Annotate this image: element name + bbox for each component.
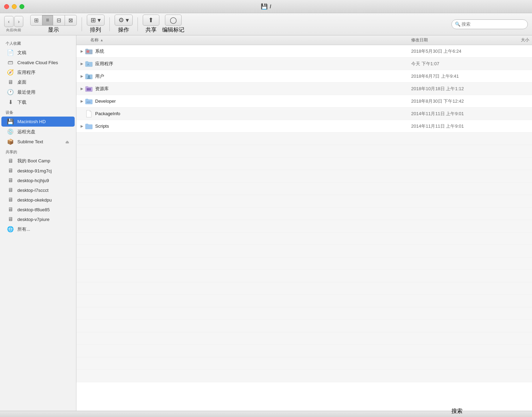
col-size-header[interactable]: 大小 — [501, 37, 529, 43]
table-row-empty — [76, 158, 532, 170]
file-date-text: 2014年11月11日 上午9:01 — [411, 111, 464, 116]
file-date-text: 2018年5月30日 上午6:24 — [411, 49, 462, 54]
table-row-empty — [76, 182, 532, 195]
col-name-header[interactable]: 名称 ▲ — [79, 37, 411, 43]
col-name-text: 名称 — [90, 37, 99, 43]
file-icon-wrap — [85, 110, 93, 118]
folder-icon-wrap — [85, 122, 93, 130]
sort-label: 排列 — [90, 26, 101, 34]
sidebar-item-apps[interactable]: 🧭 应用程序 — [1, 67, 75, 77]
sidebar-item-desktop-v7piure[interactable]: 🖥 desktop-v7piure — [1, 214, 75, 224]
sidebar-item-desktop-91mg7cj[interactable]: 🖥 desktop-91mg7cj — [1, 166, 75, 176]
sidebar-item-boot-camp[interactable]: 🖥 我的 Boot Camp — [1, 156, 75, 166]
table-row-empty — [76, 170, 532, 182]
file-name-text: Developer — [95, 99, 116, 104]
table-row[interactable]: PackageInfo 2014年11月11日 上午9:01 — [76, 108, 532, 120]
sidebar-item-documents[interactable]: 📄 文稿 — [1, 48, 75, 58]
expand-icon[interactable]: ▶ — [79, 124, 85, 129]
share-icon: ⬆ — [148, 16, 153, 24]
maximize-button[interactable] — [19, 4, 24, 9]
share-label: 共享 — [146, 26, 157, 34]
table-row[interactable]: ▶ Scripts 2014年11月11日 上午9:01 — [76, 120, 532, 133]
table-row[interactable]: ▶ </> Developer 2018年8月30日 下午12:42 — [76, 95, 532, 108]
table-row-empty — [76, 133, 532, 145]
edit-tag-button[interactable]: ◯ — [165, 15, 182, 26]
personal-section-label: 个人收藏 — [0, 38, 76, 48]
share-group: ⬆ 共享 — [143, 15, 159, 34]
desktop-91-icon: 🖥 — [7, 168, 14, 174]
folder-icon-wrap — [85, 85, 93, 93]
view-column-btn[interactable]: ⊟ — [53, 15, 65, 25]
sidebar-item-sublime-text[interactable]: 📦 Sublime Text ⏏ — [1, 137, 75, 147]
desktop-tf-icon: 🖥 — [7, 206, 14, 213]
svg-rect-3 — [87, 88, 88, 91]
sidebar-item-desktop-okekdpu[interactable]: 🖥 desktop-okekdpu — [1, 195, 75, 205]
view-icon-btn[interactable]: ⊞ — [31, 15, 42, 25]
sidebar-item-desktop-hcjhju9[interactable]: 🖥 desktop-hcjhju9 — [1, 176, 75, 185]
expand-icon[interactable]: ▶ — [79, 49, 85, 54]
shared-section-label: 共享的 — [0, 147, 76, 156]
search-wrapper: 🔍 — [451, 19, 528, 29]
share-button[interactable]: ⬆ — [143, 15, 159, 26]
expand-icon[interactable]: ▶ — [79, 74, 85, 79]
table-row[interactable]: ▶ 系统 2018年5月30日 上午6:24 — [76, 45, 532, 58]
remote-disc-icon: 💿 — [7, 128, 14, 135]
table-row-empty — [76, 345, 532, 357]
search-label: 搜索 — [451, 408, 463, 415]
search-input[interactable] — [451, 19, 528, 29]
separator-2 — [109, 17, 110, 31]
table-row-empty — [76, 270, 532, 282]
view-gallery-btn[interactable]: ⊠ — [65, 15, 76, 25]
file-list-header: 名称 ▲ 修改日期 大小 — [76, 35, 532, 45]
table-row[interactable]: ▶ A 应用程序 今天 下午1:07 — [76, 58, 532, 70]
table-row[interactable]: ▶ 用户 2018年6月7日 上午9:41 — [76, 70, 532, 83]
gear-icon: ⚙ ▾ — [118, 16, 129, 24]
file-date-text: 今天 下午1:07 — [411, 61, 439, 66]
expand-icon[interactable]: ▶ — [79, 86, 85, 92]
file-date-cell: 2018年5月30日 上午6:24 — [411, 48, 501, 54]
action-label: 操作 — [118, 26, 129, 34]
expand-icon[interactable]: ▶ — [79, 61, 85, 67]
sidebar-item-downloads[interactable]: ⬇ 下载 — [1, 97, 75, 107]
file-name-cell: 系统 — [95, 48, 411, 54]
col-date-header[interactable]: 修改日期 — [411, 37, 501, 43]
file-name-text: PackageInfo — [95, 111, 120, 116]
expand-icon[interactable]: ▶ — [79, 99, 85, 104]
sidebar-item-macintosh-hd[interactable]: 💾 Macintosh HD — [1, 117, 75, 127]
nav-buttons: ‹ › — [4, 16, 23, 27]
back-button[interactable]: ‹ — [4, 16, 14, 27]
minimize-button[interactable] — [12, 4, 17, 9]
sidebar-item-desktop-l7sccct[interactable]: 🖥 desktop-l7sccct — [1, 185, 75, 195]
edit-tag-label: 编辑标记 — [162, 26, 184, 34]
file-name-text: 应用程序 — [95, 61, 113, 67]
sidebar-item-creative-cloud[interactable]: 🗃 Creative Cloud Files — [1, 58, 75, 67]
svg-rect-5 — [90, 88, 91, 91]
window-controls — [4, 4, 24, 9]
sublime-text-icon: 📦 — [7, 138, 14, 145]
separator-3 — [138, 17, 138, 31]
file-name-cell: 资源库 — [95, 86, 411, 92]
eject-icon[interactable]: ⏏ — [65, 139, 69, 144]
file-name-text: 用户 — [95, 73, 104, 79]
close-button[interactable] — [4, 4, 9, 9]
creative-cloud-icon: 🗃 — [7, 59, 14, 66]
file-date-text: 2018年8月30日 下午12:42 — [411, 99, 464, 104]
sort-group: ⊞ ▾ 排列 — [87, 15, 105, 34]
edit-tag-group: ◯ 编辑标记 — [162, 15, 184, 34]
sidebar-item-remote-disc[interactable]: 💿 远程光盘 — [1, 127, 75, 137]
folder-icon-wrap — [85, 47, 93, 56]
forward-button[interactable]: › — [14, 16, 24, 27]
sidebar-item-recent[interactable]: 🕐 最近使用 — [1, 87, 75, 97]
nav-label: 向后/向前 — [6, 28, 21, 33]
svg-text:A: A — [87, 63, 89, 66]
sidebar-item-desktop[interactable]: 🖥 桌面 — [1, 77, 75, 87]
sidebar-item-desktop-tf8ue85[interactable]: 🖥 desktop-tf8ue85 — [1, 205, 75, 214]
sidebar-item-all[interactable]: 🌐 所有... — [1, 224, 75, 234]
table-row[interactable]: ▶ 资源库 2018年10月18日 上午1:12 — [76, 83, 532, 95]
desktop-hc-icon: 🖥 — [7, 177, 14, 184]
main-area: 个人收藏 📄 文稿 🗃 Creative Cloud Files 🧭 应用程序 … — [0, 35, 532, 411]
title-bar: 💾 / — [0, 0, 532, 13]
view-list-btn[interactable]: ≡ — [42, 15, 53, 25]
sort-button[interactable]: ⊞ ▾ — [87, 15, 105, 26]
action-button[interactable]: ⚙ ▾ — [115, 15, 133, 26]
